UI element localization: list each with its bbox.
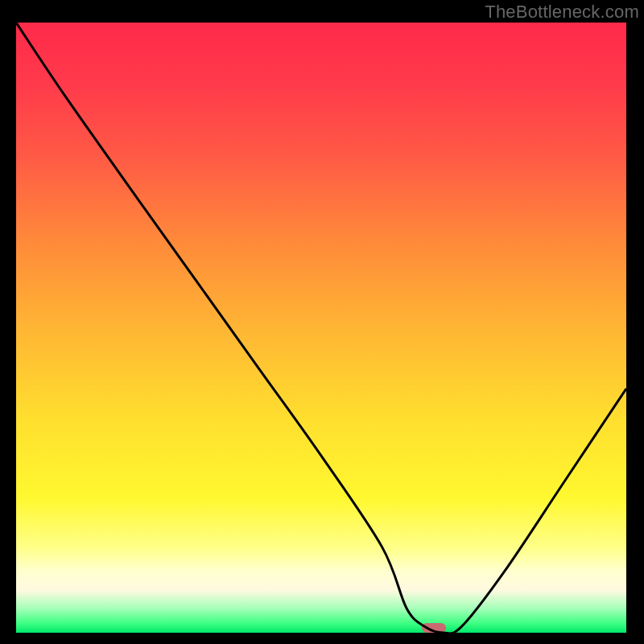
chart-container: TheBottleneck.com — [0, 0, 644, 644]
curve-plot — [16, 23, 626, 633]
plot-frame — [16, 23, 626, 633]
curve-path — [16, 23, 626, 633]
watermark-label: TheBottleneck.com — [485, 2, 639, 23]
